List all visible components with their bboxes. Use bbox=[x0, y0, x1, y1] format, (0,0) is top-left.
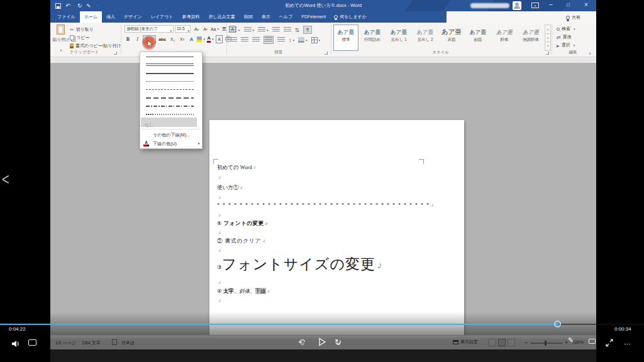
strikethrough-button[interactable]: abc bbox=[157, 35, 167, 43]
paragraph-dialog-launcher[interactable] bbox=[325, 52, 328, 55]
rewind-button[interactable]: ↶10 bbox=[298, 337, 305, 347]
picture-in-picture-button[interactable] bbox=[589, 339, 596, 344]
style-italic[interactable]: あア亜斜体 bbox=[492, 25, 517, 51]
styles-dialog-launcher[interactable] bbox=[546, 52, 549, 55]
play-button[interactable] bbox=[318, 337, 326, 349]
decrease-indent-button[interactable] bbox=[272, 27, 280, 33]
sort-button[interactable]: ⇅ bbox=[295, 27, 300, 33]
share-button[interactable]: 共有 bbox=[566, 13, 580, 22]
proofing-status-icon[interactable]: ✓ bbox=[112, 339, 117, 345]
tab-help[interactable]: ヘルプ bbox=[275, 11, 297, 23]
styles-gallery-expand[interactable]: ▾ bbox=[545, 42, 550, 50]
underline-option-dotted[interactable] bbox=[146, 81, 194, 82]
tab-pdfelement[interactable]: PDFelement bbox=[297, 11, 330, 23]
underline-option-thick[interactable] bbox=[146, 73, 194, 74]
zoom-slider-thumb[interactable] bbox=[545, 341, 547, 346]
style-heading2[interactable]: あア亜見出し 2 bbox=[413, 25, 438, 51]
annotate-pencil-button[interactable]: ✎ bbox=[568, 336, 574, 344]
subtitles-button[interactable] bbox=[28, 339, 36, 346]
avatar[interactable] bbox=[513, 1, 521, 10]
tab-home[interactable]: ホーム bbox=[80, 11, 102, 23]
tab-design[interactable]: デザイン bbox=[119, 11, 147, 23]
style-normal[interactable]: あア亜標準 bbox=[333, 25, 358, 51]
shading-button[interactable]: ▾ bbox=[298, 37, 308, 43]
change-case-button[interactable]: Aa▾ bbox=[210, 25, 219, 33]
align-left-button[interactable] bbox=[230, 37, 237, 43]
align-right-button[interactable] bbox=[252, 37, 260, 43]
tell-me-box[interactable]: 何をしますか bbox=[334, 11, 367, 23]
find-button[interactable]: 検索 ▾ bbox=[557, 26, 575, 32]
numbered-list-button[interactable]: ▾ bbox=[244, 27, 255, 33]
collapse-ribbon-button[interactable]: ∧ bbox=[589, 51, 591, 55]
underline-option-dash-dot[interactable] bbox=[146, 97, 194, 99]
style-emphasis-italic[interactable]: あア亜強調斜体 bbox=[518, 25, 543, 51]
zoom-out-button[interactable]: − bbox=[525, 339, 528, 346]
multilevel-list-button[interactable]: ▾ bbox=[258, 27, 269, 33]
print-layout-button[interactable] bbox=[498, 339, 506, 346]
tab-mailings[interactable]: 差し込み文書 bbox=[204, 11, 239, 23]
read-mode-button[interactable] bbox=[489, 339, 496, 346]
save-icon[interactable] bbox=[55, 3, 61, 9]
style-subtitle[interactable]: あア亜副題 bbox=[465, 25, 491, 51]
word-count[interactable]: 2/84 文字 bbox=[82, 340, 101, 346]
select-button[interactable]: ▶ 選択 ▾ bbox=[557, 42, 575, 48]
more-underlines-item[interactable]: その他の下線(M)... bbox=[140, 130, 202, 139]
underline-option-double[interactable] bbox=[146, 63, 194, 66]
copy-button[interactable]: コピー bbox=[70, 35, 89, 41]
bullet-list-button[interactable]: ▾ bbox=[230, 27, 240, 33]
web-layout-button[interactable] bbox=[508, 339, 515, 346]
font-color-button[interactable]: A▾ bbox=[206, 35, 214, 43]
ribbon-display-options-button[interactable]: ∧ bbox=[531, 3, 539, 8]
underline-option-dash-dot-dot[interactable] bbox=[146, 106, 194, 107]
display-settings-button[interactable]: 表示設定 bbox=[453, 339, 478, 345]
zoom-level[interactable]: 100% bbox=[572, 340, 584, 344]
style-heading1[interactable]: あア亜見出し 1 bbox=[386, 25, 411, 51]
font-size-combobox[interactable]: 10.5▾ bbox=[175, 25, 191, 33]
clipboard-dialog-launcher[interactable] bbox=[114, 52, 117, 55]
justify-button[interactable] bbox=[264, 36, 274, 44]
align-center-button[interactable] bbox=[241, 37, 248, 43]
language-indicator[interactable]: 日本語 bbox=[121, 340, 135, 346]
highlight-button[interactable]: ▾ bbox=[197, 35, 205, 43]
format-painter-button[interactable]: 書式のコピー/貼り付け bbox=[70, 43, 121, 49]
superscript-button[interactable]: X² bbox=[178, 35, 186, 43]
volume-button[interactable] bbox=[11, 339, 20, 350]
forward-button[interactable]: ↻30 bbox=[335, 337, 341, 347]
maximize-button[interactable]: □ bbox=[567, 2, 570, 8]
character-shading-button[interactable]: A bbox=[216, 35, 223, 43]
document-page[interactable]: 初めての Word↲ ↲ 使い方①↲ ↲ * * * * * * * * * *… bbox=[209, 120, 464, 362]
increase-indent-button[interactable] bbox=[284, 27, 291, 33]
underline-option-wavy[interactable] bbox=[146, 114, 194, 115]
underline-color-item[interactable]: A 下線の色(U) ▸ bbox=[140, 139, 202, 148]
undo-button[interactable]: ↶▾ bbox=[65, 3, 73, 9]
page-indicator[interactable]: 1/1 ページ bbox=[55, 340, 76, 346]
cut-button[interactable]: ✂ 切り取り bbox=[70, 26, 94, 33]
styles-scroll-down[interactable]: ▾ bbox=[545, 34, 550, 42]
tab-view[interactable]: 表示 bbox=[257, 11, 275, 23]
underline-option-single[interactable] bbox=[146, 57, 194, 57]
styles-scroll-up[interactable]: ▴ bbox=[545, 25, 550, 34]
style-no-spacing[interactable]: あア亜行間詰め bbox=[360, 25, 385, 51]
tab-layout[interactable]: レイアウト bbox=[147, 11, 178, 23]
font-name-combobox[interactable]: 游明朝 (本文のフ▾ bbox=[125, 25, 174, 33]
underline-option-dashed[interactable] bbox=[146, 89, 194, 90]
show-paragraph-marks-button[interactable]: ¶ bbox=[303, 26, 312, 34]
tab-file[interactable]: ファイル bbox=[53, 11, 80, 23]
close-button[interactable]: × bbox=[584, 1, 588, 8]
subscript-button[interactable]: X₂ bbox=[169, 35, 177, 43]
tab-review[interactable]: 校閲 bbox=[240, 11, 257, 23]
text-effects-button[interactable]: A bbox=[187, 35, 196, 43]
seek-bar-handle[interactable] bbox=[554, 321, 561, 327]
minimize-button[interactable]: – bbox=[549, 1, 553, 8]
italic-button[interactable]: I bbox=[133, 35, 142, 43]
more-options-button[interactable]: ⋯ bbox=[624, 340, 631, 348]
previous-chevron-icon[interactable]: < bbox=[2, 170, 9, 189]
borders-button[interactable]: ▾ bbox=[311, 37, 321, 43]
underline-option-none[interactable]: なし bbox=[141, 118, 197, 127]
qat-customize-button[interactable]: ▾ bbox=[96, 4, 98, 8]
grow-font-button[interactable]: A▴ bbox=[192, 25, 201, 33]
replace-button[interactable]: ⇄ 置換 bbox=[557, 34, 572, 40]
tab-insert[interactable]: 挿入 bbox=[102, 11, 119, 23]
redo-button[interactable]: ↻ bbox=[77, 3, 82, 9]
ruby-button[interactable]: 亜 bbox=[220, 25, 228, 33]
